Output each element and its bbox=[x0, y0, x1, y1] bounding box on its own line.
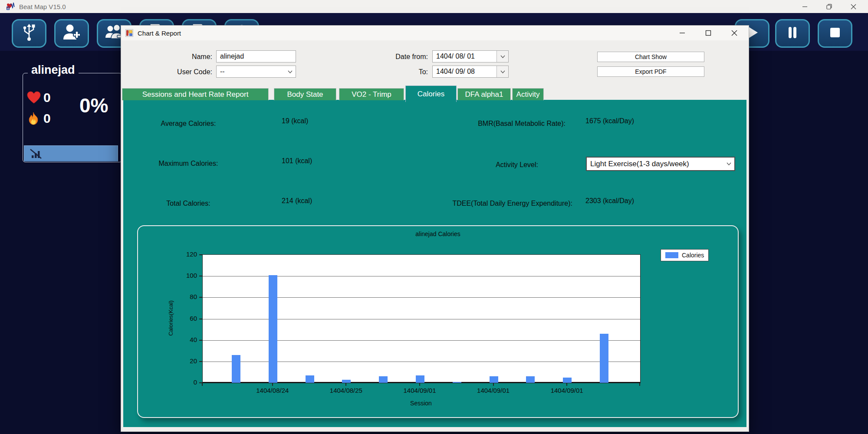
calorie-bar bbox=[269, 275, 277, 383]
date-to-label: To: bbox=[381, 68, 428, 76]
x-tick bbox=[639, 383, 640, 386]
calorie-bar bbox=[306, 375, 314, 383]
y-axis-title: Calories(Kcal) bbox=[168, 300, 174, 336]
calorie-bar bbox=[342, 380, 351, 383]
calorie-bar bbox=[563, 378, 572, 383]
average-calories-value: 19 (kcal) bbox=[282, 117, 308, 125]
legend-swatch bbox=[665, 252, 678, 258]
tab-calories[interactable]: Calories bbox=[405, 85, 457, 102]
date-from-label: Date from: bbox=[364, 53, 428, 61]
x-tick bbox=[202, 383, 203, 386]
calories-chart-card: alinejad Calories Calories Calories(Kcal… bbox=[137, 225, 739, 418]
activity-level-label: Activity Level: bbox=[425, 161, 538, 169]
chart-show-button[interactable]: Chart Show bbox=[597, 52, 704, 62]
user-code-select[interactable]: -- bbox=[216, 66, 296, 78]
main-titlebar: Beat Map V15.0 bbox=[0, 0, 868, 13]
user-code-label: User Code: bbox=[164, 68, 212, 76]
y-tick-label: 60 bbox=[176, 315, 197, 322]
user-session-button[interactable] bbox=[24, 145, 118, 161]
pause-button[interactable] bbox=[775, 19, 810, 48]
chevron-down-icon bbox=[284, 66, 296, 77]
calories-tab-panel: Average Calories: 19 (kcal) Maximum Calo… bbox=[123, 100, 746, 427]
x-tick-label: 1404/08/24 bbox=[247, 387, 299, 394]
chevron-down-icon bbox=[723, 158, 734, 170]
calorie-bar bbox=[526, 376, 535, 383]
chart-report-dialog: Chart & Report Name: User Code: -- Date … bbox=[121, 25, 749, 432]
y-tick-label: 40 bbox=[176, 336, 197, 343]
dialog-maximize-button[interactable] bbox=[700, 26, 717, 39]
bmr-value: 1675 (kcal/Day) bbox=[585, 117, 634, 125]
export-pdf-button[interactable]: Export PDF bbox=[597, 66, 704, 77]
x-tick bbox=[272, 383, 273, 386]
dialog-minimize-button[interactable] bbox=[674, 26, 691, 39]
legend-label: Calories bbox=[682, 252, 704, 259]
usb-connect-button[interactable] bbox=[12, 19, 46, 48]
add-user-icon bbox=[62, 23, 82, 44]
average-calories-label: Average Calories: bbox=[134, 120, 243, 128]
chevron-down-icon bbox=[496, 66, 508, 77]
bmr-label: BMR(Basal Metabolic Rate): bbox=[425, 120, 566, 128]
maximum-calories-value: 101 (kcal) bbox=[282, 157, 312, 165]
total-calories-label: Total Calories: bbox=[134, 200, 243, 207]
add-user-button[interactable] bbox=[54, 19, 89, 48]
stop-button[interactable] bbox=[818, 19, 852, 48]
app-logo-icon bbox=[6, 3, 15, 10]
form-icon bbox=[125, 29, 133, 37]
calorie-bar bbox=[600, 334, 608, 383]
tab-body-state[interactable]: Body State bbox=[274, 88, 336, 100]
x-tick-label: 1404/09/01 bbox=[541, 387, 593, 394]
tab-dfa-alpha1[interactable]: DFA alpha1 bbox=[457, 88, 511, 100]
y-tick bbox=[199, 319, 202, 319]
y-tick bbox=[199, 340, 202, 341]
calorie-bar bbox=[490, 376, 498, 383]
x-tick-label: 1404/08/25 bbox=[320, 387, 372, 394]
y-tick bbox=[199, 297, 202, 298]
chevron-down-icon bbox=[496, 51, 508, 62]
x-tick-label: 1404/09/01 bbox=[394, 387, 446, 394]
x-tick bbox=[493, 383, 494, 386]
main-restore-button[interactable] bbox=[817, 0, 841, 13]
calorie-bar bbox=[379, 376, 388, 383]
y-tick bbox=[199, 254, 202, 255]
maximum-calories-label: Maximum Calories: bbox=[134, 160, 243, 168]
x-tick-label: 1404/09/01 bbox=[467, 387, 519, 394]
y-tick bbox=[199, 276, 202, 276]
name-label: Name: bbox=[164, 53, 212, 61]
tab-sessions-heart-rate-report[interactable]: Sessions and Heart Rate Report bbox=[122, 88, 269, 100]
chart-plot bbox=[202, 254, 641, 383]
calorie-bar bbox=[416, 375, 424, 383]
usb-icon bbox=[20, 23, 38, 44]
no-signal-chart-icon bbox=[30, 148, 43, 159]
name-input[interactable] bbox=[216, 50, 296, 62]
main-window-controls bbox=[792, 0, 865, 13]
dialog-title: Chart & Report bbox=[138, 30, 181, 37]
x-tick bbox=[419, 383, 420, 386]
stop-icon bbox=[826, 24, 844, 43]
date-to-select[interactable]: 1404/ 09/ 08 bbox=[432, 66, 509, 78]
main-close-button[interactable] bbox=[841, 0, 865, 13]
x-tick bbox=[566, 383, 567, 386]
percent-value: 0% bbox=[79, 94, 108, 117]
dialog-titlebar[interactable]: Chart & Report bbox=[121, 26, 749, 40]
x-axis-title: Session bbox=[202, 400, 640, 407]
y-tick-label: 0 bbox=[176, 378, 197, 386]
main-minimize-button[interactable] bbox=[792, 0, 817, 13]
calorie-bar bbox=[232, 355, 240, 383]
activity-level-select[interactable]: Light Exercise(1-3 days/week) bbox=[586, 157, 735, 171]
chart-legend: Calories bbox=[661, 249, 709, 261]
x-tick bbox=[345, 383, 346, 386]
user-panel-title: alinejad bbox=[28, 63, 79, 77]
tdee-label: TDEE(Total Daily Energy Expenditure): bbox=[425, 200, 572, 207]
app-title: Beat Map V15.0 bbox=[19, 3, 66, 10]
calorie-bar bbox=[453, 382, 461, 383]
y-tick-label: 100 bbox=[176, 272, 197, 279]
y-tick bbox=[199, 361, 202, 362]
y-tick-label: 20 bbox=[176, 357, 197, 365]
date-from-select[interactable]: 1404/ 08/ 01 bbox=[432, 50, 509, 62]
total-calories-value: 214 (kcal) bbox=[282, 197, 312, 205]
y-tick-label: 120 bbox=[176, 250, 197, 258]
tdee-value: 2303 (kcal/Day) bbox=[585, 197, 634, 205]
tab-vo2-trimp[interactable]: VO2 - Trimp bbox=[339, 88, 404, 100]
tab-activity[interactable]: Activity bbox=[512, 88, 544, 100]
dialog-close-button[interactable] bbox=[726, 26, 743, 39]
